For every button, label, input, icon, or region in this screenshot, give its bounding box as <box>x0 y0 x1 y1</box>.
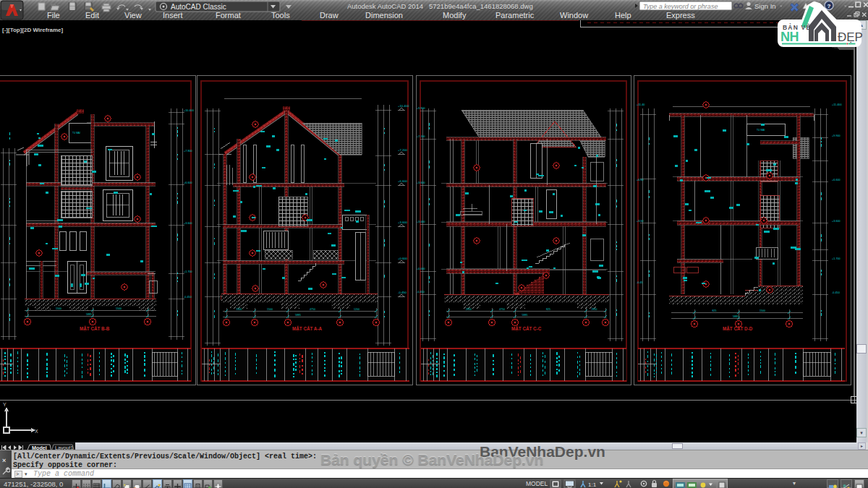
svg-text:5885: 5885 <box>733 315 739 318</box>
svg-text:MẶT CẮT D-D: MẶT CẮT D-D <box>723 325 753 331</box>
svg-text:+6.60: +6.60 <box>637 179 644 181</box>
svg-text:MẶT CẮT A-A: MẶT CẮT A-A <box>292 325 322 331</box>
svg-text:MẶT CẮT C-C: MẶT CẮT C-C <box>511 325 542 331</box>
svg-text:Y: Y <box>3 402 7 407</box>
svg-text:-0.450: -0.450 <box>184 296 192 299</box>
svg-text:TU MAI: TU MAI <box>72 132 80 134</box>
svg-text:5885: 5885 <box>86 313 92 316</box>
svg-text:+3.60: +3.60 <box>637 220 644 223</box>
svg-text:MẶT CẮT B-B: MẶT CẮT B-B <box>80 325 110 331</box>
svg-text:+7.800: +7.800 <box>184 150 192 153</box>
svg-text:+7.200: +7.200 <box>398 148 408 152</box>
svg-text:+6.600: +6.600 <box>184 181 192 184</box>
svg-text:-0.450: -0.450 <box>832 291 840 294</box>
svg-text:+9.900: +9.900 <box>832 134 841 137</box>
svg-text:+1.700: +1.700 <box>832 257 841 260</box>
svg-text:1200: 1200 <box>354 308 359 311</box>
svg-text:1500: 1500 <box>267 308 273 311</box>
svg-text:+9.900: +9.900 <box>417 107 425 110</box>
svg-text:+0.000: +0.000 <box>417 267 425 270</box>
svg-text:+3.600: +3.600 <box>417 181 425 184</box>
svg-text:+6.600: +6.600 <box>832 179 841 181</box>
svg-text:1500: 1500 <box>56 307 61 310</box>
svg-text:+7.200: +7.200 <box>417 135 425 138</box>
svg-text:+10.400: +10.400 <box>398 104 409 108</box>
svg-text:4750: 4750 <box>310 308 315 311</box>
svg-text:5885: 5885 <box>522 314 528 317</box>
svg-text:+11.400: +11.400 <box>832 103 842 106</box>
svg-text:+3.600: +3.600 <box>398 221 408 224</box>
svg-text:3300: 3300 <box>237 308 242 311</box>
svg-text:+11.40: +11.40 <box>637 103 644 106</box>
svg-text:+10.400: +10.400 <box>184 109 194 112</box>
svg-text:1500: 1500 <box>116 307 122 310</box>
svg-text:825: 825 <box>712 309 717 312</box>
svg-text:4750: 4750 <box>499 308 505 311</box>
svg-text:2850: 2850 <box>592 308 597 311</box>
svg-text:1:1: 1:1 <box>588 481 597 488</box>
svg-text:+3.600: +3.600 <box>184 222 192 225</box>
svg-text:X: X <box>35 429 38 434</box>
svg-text:+0.600: +0.600 <box>398 257 408 260</box>
svg-text:+1.700: +1.700 <box>184 270 192 273</box>
svg-text:-0.450: -0.450 <box>398 291 407 294</box>
svg-text:1500: 1500 <box>760 309 765 312</box>
svg-text:+6.600: +6.600 <box>398 179 408 183</box>
svg-text:-0.450: -0.450 <box>417 291 425 294</box>
svg-text:-0.45: -0.45 <box>637 281 643 284</box>
svg-text:+3.000: +3.000 <box>417 221 425 223</box>
svg-text:+3.600: +3.600 <box>832 220 841 223</box>
svg-text:2850: 2850 <box>466 308 472 311</box>
svg-text:825: 825 <box>546 308 550 311</box>
svg-text:[-][Top][2D Wireframe]: [-][Top][2D Wireframe] <box>2 27 64 33</box>
svg-text:TU MAI: TU MAI <box>757 129 765 132</box>
svg-text:5885: 5885 <box>295 314 301 317</box>
svg-text:ĐẸP: ĐẸP <box>838 30 863 44</box>
svg-text:NH: NH <box>780 30 799 44</box>
